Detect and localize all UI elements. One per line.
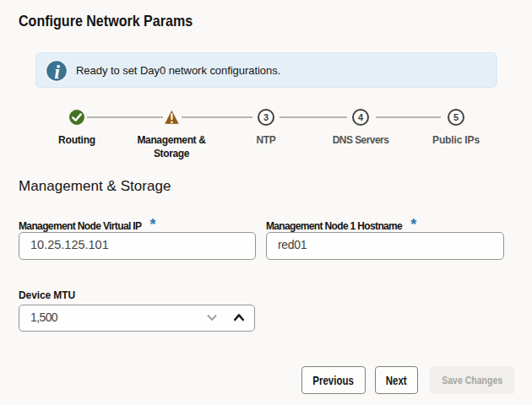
svg-text:i: i <box>54 61 60 83</box>
